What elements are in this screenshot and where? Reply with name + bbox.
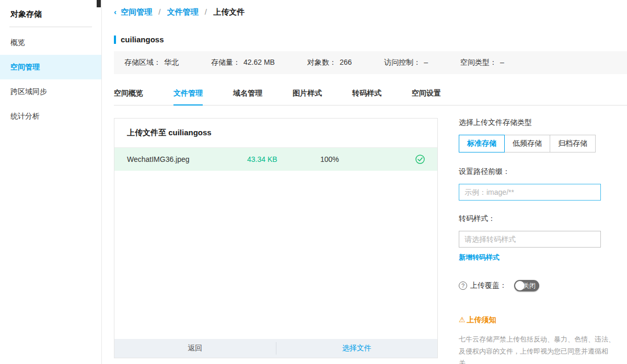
info-value: 266 bbox=[340, 58, 352, 66]
info-value: – bbox=[500, 58, 504, 66]
file-progress: 100% bbox=[320, 155, 399, 163]
info-label: 访问控制： bbox=[384, 58, 421, 66]
upload-drop-area[interactable] bbox=[114, 171, 437, 339]
tab-domain-management[interactable]: 域名管理 bbox=[233, 83, 262, 105]
add-transcode-style-link[interactable]: 新增转码样式 bbox=[459, 253, 500, 262]
back-button[interactable]: 返回 bbox=[114, 339, 276, 358]
bucket-title: cuiliangoss bbox=[114, 35, 627, 44]
info-value: 华北 bbox=[164, 58, 179, 66]
info-storage-size: 存储量：42.62 MB bbox=[211, 58, 275, 67]
breadcrumb-current: 上传文件 bbox=[213, 7, 245, 16]
upload-overwrite-row: ? 上传覆盖： 关闭 bbox=[459, 280, 626, 291]
info-label: 对象数： bbox=[307, 58, 336, 66]
sidebar: 对象存储 概览 空间管理 跨区域同步 统计分析 bbox=[0, 0, 102, 364]
info-label: 存储量： bbox=[211, 58, 240, 66]
breadcrumb: ‹ 空间管理 / 文件管理 / 上传文件 bbox=[102, 0, 627, 17]
upload-notice-title: ⚠上传须知 bbox=[459, 315, 626, 325]
info-space-type: 空间类型：– bbox=[460, 58, 504, 67]
sidebar-divider bbox=[9, 27, 92, 27]
transcode-select-input[interactable] bbox=[459, 231, 601, 248]
storage-type-standard-button[interactable]: 标准存储 bbox=[459, 135, 505, 152]
content-row: 上传文件至 cuiliangoss WechatIMG36.jpeg 43.34… bbox=[114, 118, 627, 364]
transcode-label: 转码样式： bbox=[459, 214, 626, 224]
sidebar-scrollbar-thumb[interactable] bbox=[97, 0, 101, 7]
info-label: 存储区域： bbox=[124, 58, 161, 66]
help-question-icon[interactable]: ? bbox=[459, 281, 467, 290]
breadcrumb-separator: / bbox=[158, 7, 160, 16]
file-size: 43.34 KB bbox=[247, 155, 320, 163]
notice-title-text: 上传须知 bbox=[467, 315, 496, 324]
file-name: WechatIMG36.jpeg bbox=[127, 155, 247, 163]
tab-space-overview[interactable]: 空间概览 bbox=[114, 83, 143, 105]
sidebar-item-statistics[interactable]: 统计分析 bbox=[0, 104, 101, 128]
tab-file-management[interactable]: 文件管理 bbox=[173, 83, 203, 105]
title-accent-bar bbox=[114, 36, 116, 44]
sidebar-item-space-management[interactable]: 空间管理 bbox=[0, 55, 101, 79]
uploaded-file-row: WechatIMG36.jpeg 43.34 KB 100% bbox=[114, 148, 437, 171]
storage-type-infrequent-button[interactable]: 低频存储 bbox=[504, 135, 550, 152]
storage-type-archive-button[interactable]: 归档存储 bbox=[550, 135, 596, 152]
breadcrumb-separator: / bbox=[205, 7, 207, 16]
tab-transcode-styles[interactable]: 转码样式 bbox=[352, 83, 381, 105]
prefix-label: 设置路径前缀： bbox=[459, 167, 626, 177]
back-chevron-icon[interactable]: ‹ bbox=[114, 7, 117, 16]
info-access-control: 访问控制：– bbox=[384, 58, 428, 67]
sidebar-item-cross-region-sync[interactable]: 跨区域同步 bbox=[0, 79, 101, 104]
bucket-tabs: 空间概览 文件管理 域名管理 图片样式 转码样式 空间设置 bbox=[114, 83, 627, 105]
sidebar-title: 对象存储 bbox=[0, 0, 101, 27]
storage-type-group: 标准存储 低频存储 归档存储 bbox=[459, 135, 626, 152]
info-storage-region: 存储区域：华北 bbox=[124, 58, 179, 67]
sidebar-item-overview[interactable]: 概览 bbox=[0, 30, 101, 55]
prefix-input[interactable] bbox=[459, 184, 601, 201]
upload-card-title: 上传文件至 cuiliangoss bbox=[114, 119, 437, 148]
warning-triangle-icon: ⚠ bbox=[459, 315, 466, 324]
main-content: ‹ 空间管理 / 文件管理 / 上传文件 cuiliangoss 存储区域：华北… bbox=[102, 0, 627, 364]
breadcrumb-link-space-management[interactable]: 空间管理 bbox=[121, 7, 152, 16]
bucket-info-bar: 存储区域：华北 存储量：42.62 MB 对象数：266 访问控制：– 空间类型… bbox=[114, 51, 627, 74]
tab-image-styles[interactable]: 图片样式 bbox=[293, 83, 322, 105]
prefix-field: 设置路径前缀： bbox=[459, 167, 626, 201]
upload-options-panel: 选择上传文件存储类型 标准存储 低频存储 归档存储 设置路径前缀： 转码样式： … bbox=[459, 118, 626, 364]
info-value: 42.62 MB bbox=[243, 58, 275, 66]
upload-success-check-icon bbox=[415, 155, 425, 164]
storage-type-label: 选择上传文件存储类型 bbox=[459, 118, 626, 127]
tab-space-settings[interactable]: 空间设置 bbox=[412, 83, 441, 105]
toggle-state-label: 关闭 bbox=[523, 280, 536, 291]
upload-notice-text: 七牛云存储严禁上传包括反动、暴力、色情、违法、及侵权内容的文件，上传即视为您已同… bbox=[459, 333, 616, 364]
select-file-button[interactable]: 选择文件 bbox=[276, 339, 438, 358]
upload-card-footer: 返回 选择文件 bbox=[114, 339, 437, 358]
info-value: – bbox=[424, 58, 428, 66]
info-label: 空间类型： bbox=[460, 58, 497, 66]
info-object-count: 对象数：266 bbox=[307, 58, 352, 67]
breadcrumb-link-file-management[interactable]: 文件管理 bbox=[167, 7, 199, 16]
upload-card: 上传文件至 cuiliangoss WechatIMG36.jpeg 43.34… bbox=[114, 118, 438, 358]
bucket-name: cuiliangoss bbox=[121, 35, 164, 44]
transcode-field: 转码样式： 新增转码样式 bbox=[459, 214, 626, 262]
overwrite-toggle[interactable]: 关闭 bbox=[514, 280, 539, 291]
overwrite-label: 上传覆盖： bbox=[470, 281, 507, 290]
